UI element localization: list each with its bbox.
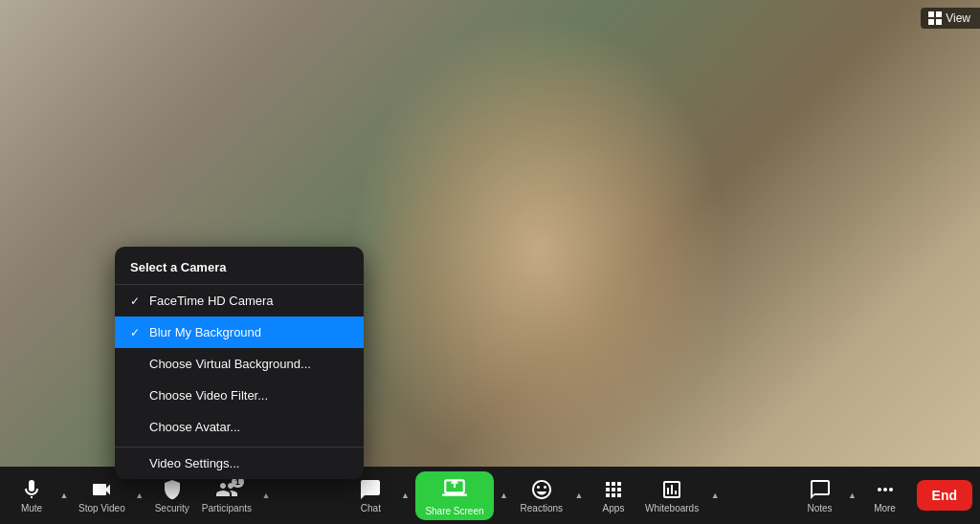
whiteboards-label: Whiteboards [645, 503, 699, 513]
shield-icon [161, 478, 184, 501]
dropdown-item-facetime[interactable]: ✓ FaceTime HD Camera [115, 285, 364, 317]
chat-icon [359, 478, 382, 501]
svg-rect-2 [928, 19, 934, 25]
participants-label: Participants [202, 503, 252, 513]
reactions-label: Reactions [521, 503, 563, 513]
security-label: Security [155, 503, 189, 513]
svg-rect-0 [928, 11, 934, 17]
emoji-icon [530, 478, 553, 501]
dropdown-item-avatar[interactable]: Choose Avatar... [115, 411, 364, 443]
check-icon: ✓ [130, 295, 144, 308]
apps-button[interactable]: Apps [590, 467, 637, 524]
whiteboards-chevron[interactable]: ▲ [706, 467, 724, 524]
whiteboard-icon [660, 478, 683, 501]
apps-label: Apps [603, 503, 625, 513]
video-icon [90, 478, 113, 501]
check-icon-blur: ✓ [130, 326, 144, 339]
whiteboards-button[interactable]: Whiteboards [639, 467, 704, 524]
mute-chevron[interactable]: ▲ [56, 467, 73, 524]
dropdown-item-blur[interactable]: ✓ Blur My Background [115, 317, 364, 348]
more-icon [874, 478, 897, 501]
chat-label: Chat [361, 503, 381, 513]
more-button[interactable]: More [861, 467, 909, 524]
dropdown-item-video-settings[interactable]: Video Settings... [115, 448, 364, 479]
reactions-chevron[interactable]: ▲ [570, 467, 588, 524]
share-screen-label: Share Screen [425, 506, 483, 516]
mute-button[interactable]: Mute [8, 467, 56, 524]
share-chevron[interactable]: ▲ [496, 467, 513, 524]
stop-video-label: Stop Video [78, 503, 125, 513]
notes-label: Notes [807, 503, 832, 513]
virtual-bg-label: Choose Virtual Background... [149, 357, 348, 371]
svg-rect-3 [936, 19, 942, 25]
dropdown-item-video-filter[interactable]: Choose Video Filter... [115, 380, 364, 411]
mic-icon [20, 478, 43, 501]
view-label: View [946, 11, 970, 25]
toolbar-right: Notes ▲ More End [796, 467, 972, 524]
share-screen-icon [442, 475, 467, 500]
avatar-label: Choose Avatar... [149, 420, 348, 434]
dropdown-item-virtual-bg[interactable]: Choose Virtual Background... [115, 348, 364, 380]
svg-rect-1 [936, 11, 942, 17]
dropdown-title: Select a Camera [115, 247, 364, 284]
apps-icon [602, 478, 625, 501]
reactions-button[interactable]: Reactions [515, 467, 568, 524]
notes-icon [809, 478, 832, 501]
notes-button[interactable]: Notes [796, 467, 844, 524]
end-button[interactable]: End [917, 480, 972, 511]
blur-label: Blur My Background [149, 325, 348, 339]
notes-chevron[interactable]: ▲ [844, 467, 861, 524]
share-screen-button[interactable]: Share Screen [415, 471, 493, 520]
video-filter-label: Choose Video Filter... [149, 388, 348, 403]
more-label: More [874, 503, 896, 513]
facetime-label: FaceTime HD Camera [149, 294, 348, 308]
view-button[interactable]: View [921, 8, 980, 29]
video-settings-label: Video Settings... [149, 456, 348, 470]
mute-label: Mute [21, 503, 42, 513]
chat-chevron[interactable]: ▲ [396, 467, 413, 524]
camera-dropdown: Select a Camera ✓ FaceTime HD Camera ✓ B… [115, 247, 364, 479]
